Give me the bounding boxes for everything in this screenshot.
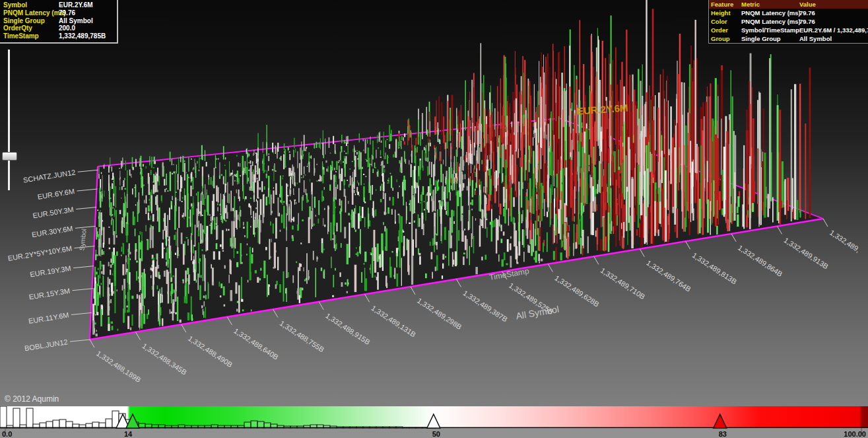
time-tick-label: 1,332,489,628B xyxy=(553,274,601,308)
threshold-label-14: 14 xyxy=(124,430,133,438)
symbol-tick-label: EUR.6Y.6M xyxy=(37,187,75,201)
time-tick xyxy=(182,324,186,332)
symbol-tick-label: EUR.30Y.6M xyxy=(31,225,73,239)
feature-name: Height xyxy=(711,9,741,17)
time-tick xyxy=(319,302,323,310)
selection-info-panel: SymbolEUR.2Y.6M PNQM Latency (ms)79.76 S… xyxy=(0,0,118,44)
latency-landscape-chart[interactable]: SCHATZ.JUN12EUR.6Y.6MEUR.50Y.3MEUR.30Y.6… xyxy=(0,0,868,406)
time-tick-label: 1,332,489,913B xyxy=(782,236,830,270)
slider-track[interactable] xyxy=(8,50,10,190)
info-value: 1,332,489,785B xyxy=(59,32,114,40)
info-row: OrderQty200.0 xyxy=(3,24,114,32)
feature-mapping-panel: Feature Metric Value Height PNQM Latency… xyxy=(708,0,868,44)
feature-row: Order Symbol/TimeStamp EUR.2Y.6M / 1,332… xyxy=(709,26,868,34)
time-tick xyxy=(90,340,94,347)
symbol-axis-title: Symbol xyxy=(78,228,87,250)
info-label: Single Group xyxy=(3,17,59,25)
symbol-tick-label: EUR.15Y.3M xyxy=(28,287,71,301)
feature-name: Order xyxy=(711,26,741,34)
info-value: 200.0 xyxy=(59,24,114,32)
symbol-tick-label: EUR.50Y.3M xyxy=(32,205,75,220)
symbol-tick-label: BOBL.JUN12 xyxy=(24,338,68,352)
symbol-tick xyxy=(75,226,96,228)
info-value: 79.76 xyxy=(59,9,114,17)
feature-row: Group Single Group All Symbol xyxy=(709,34,868,43)
info-row: Single GroupAll Symbol xyxy=(3,17,114,25)
time-tick xyxy=(135,332,140,340)
scale-max-label: 100.00 xyxy=(844,430,866,438)
symbol-tick xyxy=(78,170,98,172)
time-tick xyxy=(778,226,782,234)
time-tick xyxy=(594,256,599,264)
time-tick-label: 1,332,489, xyxy=(828,229,861,254)
symbol-tick-label: EUR.2Y*5Y*10Y.6M xyxy=(7,244,73,262)
feature-name: Group xyxy=(711,34,741,43)
time-tick-label: 1,332,489,131B xyxy=(370,304,418,338)
zoom-slider[interactable] xyxy=(0,48,20,194)
time-tick-label: 1,332,488,490B xyxy=(187,334,234,369)
feature-metric: PNQM Latency (ms) xyxy=(741,17,799,26)
time-tick-label: 1,332,488,755B xyxy=(279,319,326,353)
info-label: PNQM Latency (ms) xyxy=(3,9,59,17)
time-tick xyxy=(823,219,828,227)
time-tick xyxy=(457,279,461,287)
color-scale-legend[interactable]: 0.0100.00145083 xyxy=(0,406,868,438)
header-value: Value xyxy=(799,0,868,9)
symbol-tick-label: EUR.19Y.3M xyxy=(30,264,72,279)
feature-metric: Symbol/TimeStamp xyxy=(741,26,799,34)
time-tick xyxy=(365,294,370,302)
feature-row: Height PNQM Latency (ms) 79.76 xyxy=(709,9,868,17)
symbol-tick-label: SCHATZ.JUN12 xyxy=(22,168,76,184)
time-tick xyxy=(686,241,690,249)
info-row: SymbolEUR.2Y.6M xyxy=(3,1,114,9)
info-label: TimeStamp xyxy=(3,32,59,40)
symbol-tick xyxy=(77,189,97,191)
feature-name: Color xyxy=(711,17,741,26)
time-tick xyxy=(273,309,278,317)
time-tick xyxy=(227,317,232,325)
header-feature: Feature xyxy=(711,0,741,9)
time-tick-label: 1,332,488,189B xyxy=(95,349,143,384)
symbol-tick xyxy=(73,266,94,268)
time-tick-label: 1,332,489,864B xyxy=(737,243,784,277)
feature-table-header: Feature Metric Value xyxy=(709,0,868,9)
time-tick xyxy=(548,264,552,272)
info-label: Symbol xyxy=(3,1,59,9)
symbol-axis: SCHATZ.JUN12EUR.6Y.6MEUR.50Y.3MEUR.30Y.6… xyxy=(7,168,98,352)
symbol-tick-label: EUR.11Y.6M xyxy=(28,311,69,326)
symbol-tick xyxy=(71,312,92,314)
time-tick xyxy=(731,234,736,242)
header-metric: Metric xyxy=(741,0,799,9)
feature-value: EUR.2Y.6M / 1,332,489,785B xyxy=(799,26,868,34)
time-tick-label: 1,332,489,387B xyxy=(461,289,509,323)
info-label: OrderQty xyxy=(3,24,59,32)
feature-metric: Single Group xyxy=(741,34,799,43)
time-tick xyxy=(640,249,644,257)
info-value: All Symbol xyxy=(59,17,114,25)
feature-metric: PNQM Latency (ms) xyxy=(741,9,799,17)
app-window: { "copyright": "© 2012 Aqumin", "info_pa… xyxy=(0,0,868,438)
time-tick-label: 1,332,489,764B xyxy=(645,258,692,293)
time-tick-label: 1,332,488,345B xyxy=(141,342,188,376)
3d-viewport[interactable]: SCHATZ.JUN12EUR.6Y.6MEUR.50Y.3MEUR.30Y.6… xyxy=(0,0,868,406)
time-tick-label: 1,332,489,298B xyxy=(416,297,463,331)
time-tick xyxy=(411,287,415,295)
scale-min-label: 0.0 xyxy=(2,430,12,438)
feature-value: 79.76 xyxy=(799,9,868,17)
info-value: EUR.2Y.6M xyxy=(59,1,114,9)
info-row: PNQM Latency (ms)79.76 xyxy=(3,9,114,17)
slider-handle[interactable] xyxy=(2,152,17,161)
time-tick-label: 1,332,489,710B xyxy=(599,266,647,301)
time-tick-label: 1,332,488,640B xyxy=(232,326,280,361)
feature-row: Color PNQM Latency (ms) 79.76 xyxy=(709,17,868,26)
feature-value: All Symbol xyxy=(799,34,868,43)
copyright-text: © 2012 Aqumin xyxy=(5,394,59,404)
time-tick-label: 1,332,488,915B xyxy=(324,311,372,346)
threshold-label-50: 50 xyxy=(432,430,440,438)
symbol-tick xyxy=(73,289,93,291)
symbol-tick xyxy=(70,340,90,342)
symbol-tick xyxy=(76,207,96,209)
time-tick-label: 1,332,489,813B xyxy=(691,251,739,285)
feature-value: 79.76 xyxy=(799,17,868,26)
threshold-label-83: 83 xyxy=(719,430,727,438)
